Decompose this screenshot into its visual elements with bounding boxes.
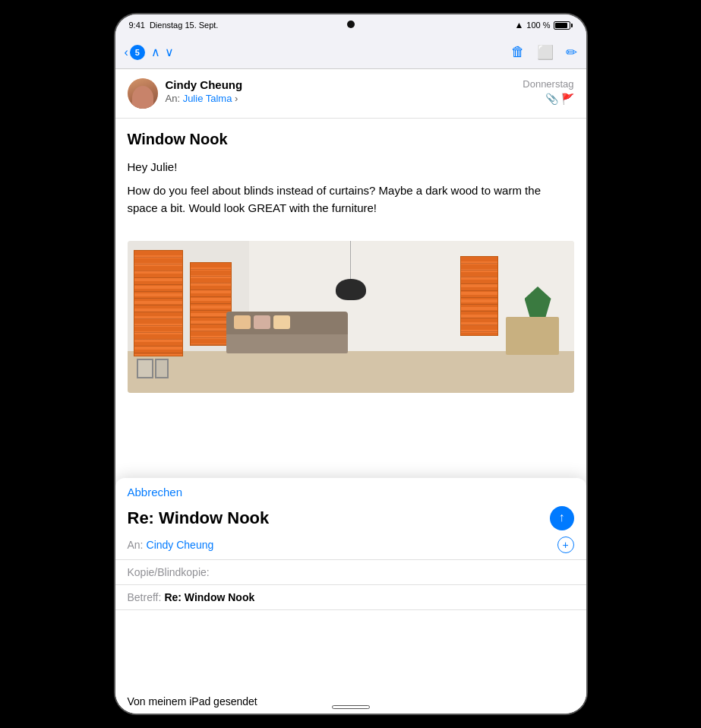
email-greeting: Hey Julie!	[128, 160, 574, 173]
picture-frame-2	[155, 359, 169, 378]
compose-subject: Re: Window Nook	[128, 508, 270, 528]
prev-message-button[interactable]: ∧	[151, 45, 160, 59]
sofa	[226, 312, 348, 353]
compose-to-field[interactable]: An: Cindy Cheung +	[115, 530, 586, 560]
email-date: Donnerstag	[523, 78, 573, 90]
picture-frame-1	[137, 359, 153, 378]
email-meta-right: Donnerstag 📎 🚩	[523, 78, 573, 105]
compose-button[interactable]: ✏	[566, 44, 577, 61]
folder-button[interactable]: ⬜	[537, 44, 554, 61]
toolbar-right: 🗑 ⬜ ✏	[511, 44, 577, 61]
compose-body-area[interactable]	[115, 610, 586, 679]
room-image	[128, 241, 574, 393]
status-time-date: 9:41 Dienstag 15. Sept.	[129, 21, 219, 30]
recipient-link[interactable]: Julie Talma	[183, 93, 232, 104]
email-container: Cindy Cheung An: Julie Talma › Donnersta…	[115, 69, 586, 714]
email-body: Window Nook Hey Julie! How do you feel a…	[115, 119, 586, 241]
email-header: Cindy Cheung An: Julie Talma › Donnersta…	[115, 69, 586, 119]
sender-info: Cindy Cheung An: Julie Talma ›	[166, 78, 243, 104]
compose-subject-field[interactable]: Betreff: Re: Window Nook	[115, 585, 586, 610]
status-date: Dienstag 15. Sept.	[150, 21, 219, 30]
cc-label: Kopie/Blindkopie:	[128, 566, 210, 578]
compose-signature: Von meinem iPad gesendet	[115, 689, 586, 714]
status-time: 9:41	[129, 21, 145, 30]
sender-to: An: Julie Talma ›	[166, 93, 243, 104]
ceiling-lamp	[336, 241, 366, 300]
battery-icon	[554, 21, 573, 30]
toolbar-left: ‹ 5 ∧ ∨	[125, 45, 174, 60]
compose-cc-field[interactable]: Kopie/Blindkopie:	[115, 560, 586, 585]
mail-toolbar: ‹ 5 ∧ ∨ 🗑 ⬜ ✏	[115, 36, 586, 69]
camera-notch	[347, 21, 355, 28]
nav-arrows: ∧ ∨	[151, 45, 174, 59]
flag-icon: 🚩	[561, 93, 574, 105]
unread-badge: 5	[130, 45, 145, 60]
delete-button[interactable]: 🗑	[511, 44, 525, 60]
window-right	[190, 262, 232, 346]
email-body-text: How do you feel about blinds instead of …	[128, 182, 574, 217]
to-label: An:	[128, 539, 144, 551]
cancel-compose-button[interactable]: Abbrechen	[115, 478, 586, 502]
avatar	[128, 78, 158, 109]
right-section	[491, 286, 559, 355]
email-icons: 📎 🚩	[545, 93, 574, 105]
send-arrow-icon: ↑	[559, 511, 565, 524]
attachment-icon: 📎	[545, 93, 558, 105]
status-icons: ▲ 100 %	[514, 20, 572, 30]
compose-panel[interactable]: Abbrechen Re: Window Nook ↑ An: Cindy Ch…	[115, 478, 586, 714]
send-button[interactable]: ↑	[550, 506, 574, 530]
wifi-icon: ▲	[514, 20, 523, 30]
back-chevron-icon: ‹	[125, 46, 128, 59]
email-subject: Window Nook	[128, 131, 574, 148]
window-left	[134, 250, 183, 356]
sender-left: Cindy Cheung An: Julie Talma ›	[128, 78, 243, 109]
compose-header: Re: Window Nook ↑	[115, 502, 586, 530]
battery-percent: 100 %	[526, 21, 550, 30]
back-button[interactable]: ‹ 5	[125, 45, 145, 60]
next-message-button[interactable]: ∨	[165, 45, 174, 59]
sender-name: Cindy Cheung	[166, 78, 243, 91]
subject-label: Betreff:	[128, 591, 162, 603]
compose-subject-value[interactable]: Re: Window Nook	[164, 591, 254, 603]
home-indicator[interactable]	[332, 705, 370, 709]
to-value[interactable]: Cindy Cheung	[147, 539, 214, 551]
add-recipient-button[interactable]: +	[557, 537, 574, 553]
